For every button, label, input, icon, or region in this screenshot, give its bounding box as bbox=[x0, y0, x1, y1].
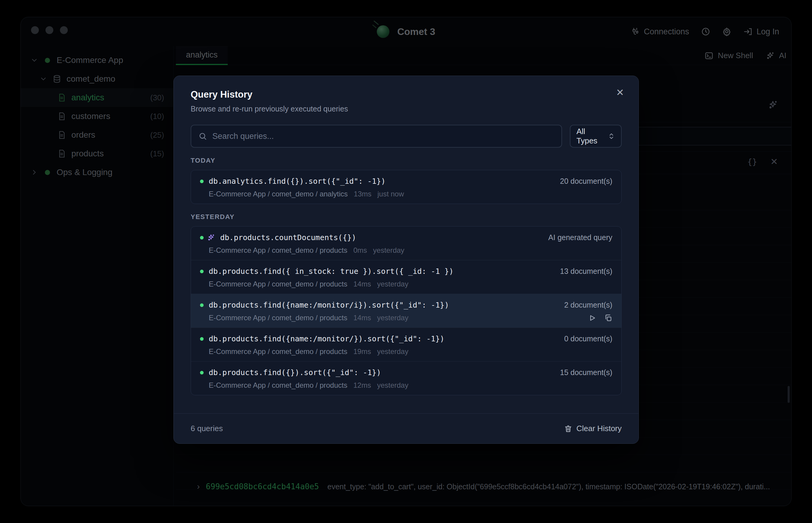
success-dot bbox=[200, 303, 204, 307]
query-history-item[interactable]: db.products.find({}).sort({"_id": -1}) 1… bbox=[191, 361, 621, 395]
query-duration: 12ms bbox=[353, 381, 371, 390]
filter-value: All Types bbox=[576, 127, 608, 145]
copy-icon[interactable] bbox=[604, 314, 612, 322]
query-result-count: 15 document(s) bbox=[560, 368, 612, 377]
query-time: just now bbox=[377, 190, 404, 198]
query-history-item[interactable]: db.products.find({ in_stock: true }).sor… bbox=[191, 260, 621, 294]
section-label-today: TODAY bbox=[191, 157, 622, 164]
close-icon[interactable]: ✕ bbox=[616, 87, 624, 98]
query-duration: 19ms bbox=[353, 347, 371, 356]
query-result-count: 13 document(s) bbox=[560, 267, 612, 276]
query-history-modal: ✕ Query History Browse and re-run previo… bbox=[173, 76, 639, 444]
query-count: 6 queries bbox=[191, 424, 223, 433]
ai-sparkles-icon bbox=[207, 234, 215, 241]
query-time: yesterday bbox=[373, 246, 405, 255]
query-time: yesterday bbox=[377, 381, 408, 390]
query-text: db.products.find({name:/monitor/}).sort(… bbox=[209, 335, 445, 343]
select-chevrons-icon bbox=[608, 132, 615, 140]
search-icon bbox=[199, 132, 207, 140]
query-duration: 14ms bbox=[353, 280, 371, 288]
query-result-count: 2 document(s) bbox=[564, 301, 612, 309]
success-dot bbox=[200, 337, 204, 341]
rerun-play-icon[interactable] bbox=[588, 314, 596, 322]
query-text: db.analytics.find({}).sort({"_id": -1}) bbox=[209, 177, 386, 185]
query-history-item[interactable]: db.analytics.find({}).sort({"_id": -1}) … bbox=[191, 170, 621, 204]
app-window: Comet 3 Connections Log In E-Commerce Ap… bbox=[20, 17, 792, 506]
query-history-item[interactable]: db.products.find({name:/monitor/}).sort(… bbox=[191, 327, 621, 361]
clear-history-label: Clear History bbox=[576, 424, 622, 433]
query-time: yesterday bbox=[377, 347, 408, 356]
query-group-today: db.analytics.find({}).sort({"_id": -1}) … bbox=[191, 170, 622, 204]
query-result-count: 0 document(s) bbox=[564, 335, 612, 343]
query-text: db.products.find({name:/monitor/i}).sort… bbox=[209, 301, 449, 309]
section-label-yesterday: YESTERDAY bbox=[191, 213, 622, 221]
query-duration: 0ms bbox=[353, 246, 367, 255]
query-path: E-Commerce App / comet_demo / products bbox=[209, 280, 347, 288]
query-time: yesterday bbox=[377, 280, 408, 288]
trash-icon bbox=[564, 425, 572, 433]
query-result-count: 20 document(s) bbox=[560, 177, 612, 185]
query-text: db.products.countDocuments({}) bbox=[220, 233, 356, 242]
query-path: E-Commerce App / comet_demo / products bbox=[209, 347, 347, 356]
success-dot bbox=[200, 236, 204, 239]
query-history-item[interactable]: db.products.countDocuments({}) AI genera… bbox=[191, 227, 621, 260]
success-dot bbox=[200, 270, 204, 273]
type-filter-select[interactable]: All Types bbox=[570, 125, 622, 148]
query-ai-badge: AI generated query bbox=[548, 233, 612, 242]
modal-title: Query History bbox=[191, 89, 622, 100]
query-path: E-Commerce App / comet_demo / products bbox=[209, 381, 347, 390]
query-path: E-Commerce App / comet_demo / products bbox=[209, 246, 347, 255]
query-text: db.products.find({}).sort({"_id": -1}) bbox=[209, 368, 381, 377]
clear-history-button[interactable]: Clear History bbox=[564, 424, 622, 433]
modal-subtitle: Browse and re-run previously executed qu… bbox=[191, 105, 622, 113]
success-dot bbox=[200, 180, 204, 183]
query-path: E-Commerce App / comet_demo / analytics bbox=[209, 190, 348, 198]
query-time: yesterday bbox=[377, 313, 408, 322]
query-path: E-Commerce App / comet_demo / products bbox=[209, 313, 347, 322]
search-box[interactable] bbox=[191, 125, 562, 148]
query-group-yesterday: db.products.countDocuments({}) AI genera… bbox=[191, 226, 622, 395]
success-dot bbox=[200, 371, 204, 375]
query-duration: 14ms bbox=[353, 313, 371, 322]
query-history-item[interactable]: db.products.find({name:/monitor/i}).sort… bbox=[191, 294, 621, 327]
query-duration: 13ms bbox=[354, 190, 372, 198]
search-input[interactable] bbox=[213, 132, 554, 141]
query-text: db.products.find({ in_stock: true }).sor… bbox=[209, 267, 454, 276]
